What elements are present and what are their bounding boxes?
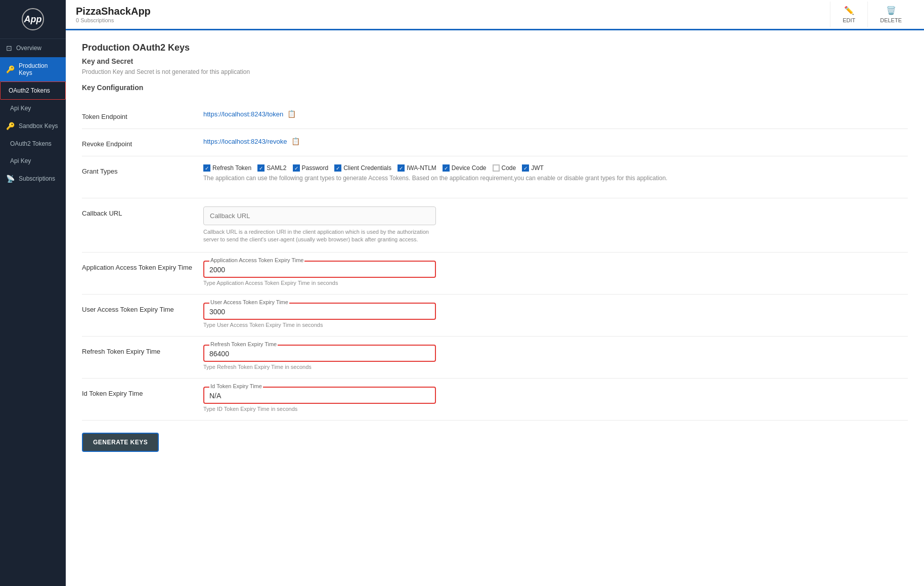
generate-keys-button[interactable]: GENERATE KEYS xyxy=(82,433,159,452)
grant-types-list: ✓Refresh Token✓SAML2✓Password✓Client Cre… xyxy=(203,164,908,172)
delete-label: DELETE xyxy=(880,17,902,23)
sidebar-item-label: Subscriptions xyxy=(19,175,55,182)
app-access-token-input[interactable] xyxy=(209,264,430,274)
app-logo: App xyxy=(22,8,44,30)
checkbox-saml2[interactable]: ✓ xyxy=(257,164,265,172)
refresh-token-expiry-hint: Type Refresh Token Expiry Time in second… xyxy=(203,364,908,370)
token-endpoint-label: Token Endpoint xyxy=(82,110,193,120)
grant-type-iwa-ntlm[interactable]: ✓IWA-NTLM xyxy=(398,164,436,172)
callback-url-value: Callback URL is a redirection URI in the… xyxy=(203,206,908,244)
sidebar-item-api-key[interactable]: Api Key xyxy=(0,100,66,117)
copy-revoke-endpoint-icon[interactable]: 📋 xyxy=(291,137,300,145)
sidebar-item-label: Sandbox Keys xyxy=(19,122,58,130)
callback-url-input[interactable] xyxy=(203,206,436,225)
overview-icon: ⊡ xyxy=(6,44,12,52)
refresh-token-expiry-field: Refresh Token Expiry Time xyxy=(203,345,436,362)
copy-token-endpoint-icon[interactable]: 📋 xyxy=(287,110,296,118)
sidebar-item-label: Api Key xyxy=(10,105,31,112)
sidebar-item-subscriptions[interactable]: 📡 Subscriptions xyxy=(0,170,66,188)
logo-text: App xyxy=(24,14,42,25)
subscriptions-count: 0 Subscriptions xyxy=(76,17,151,23)
id-token-expiry-label: Id Token Expiry Time xyxy=(82,387,193,397)
grant-type-label-saml2: SAML2 xyxy=(267,164,286,172)
app-access-token-label: Application Access Token Expiry Time xyxy=(82,261,193,271)
revoke-endpoint-label: Revoke Endpoint xyxy=(82,137,193,148)
delete-icon: 🗑️ xyxy=(886,6,896,15)
grant-types-value: ✓Refresh Token✓SAML2✓Password✓Client Cre… xyxy=(203,164,908,190)
user-access-token-hint: Type User Access Token Expiry Time in se… xyxy=(203,322,908,328)
app-access-token-row: Application Access Token Expiry Time App… xyxy=(82,253,908,295)
token-endpoint-value: https://localhost:8243/token 📋 xyxy=(203,110,908,118)
id-token-expiry-input[interactable] xyxy=(209,390,430,400)
sidebar-item-oauth2-tokens[interactable]: OAuth2 Tokens xyxy=(0,81,66,100)
app-access-token-field-label: Application Access Token Expiry Time xyxy=(209,257,304,263)
edit-label: EDIT xyxy=(843,17,855,23)
sidebar-item-label: OAuth2 Tokens xyxy=(9,87,50,94)
grant-types-label: Grant Types xyxy=(82,164,193,175)
key-secret-info: Production Key and Secret is not generat… xyxy=(82,68,908,75)
sidebar-item-label: Api Key xyxy=(10,157,31,164)
sidebar: App ⊡ Overview 🔑 Production Keys OAuth2 … xyxy=(0,0,66,586)
user-access-token-input[interactable] xyxy=(209,306,430,316)
token-endpoint-url: https://localhost:8243/token xyxy=(203,110,283,118)
top-bar-title-area: PizzaShackApp 0 Subscriptions xyxy=(76,6,151,23)
grant-type-label-device-code: Device Code xyxy=(452,164,487,172)
checkbox-client-credentials[interactable]: ✓ xyxy=(334,164,341,172)
grant-type-code[interactable]: Code xyxy=(493,164,516,172)
top-bar-actions: ✏️ EDIT 🗑️ DELETE xyxy=(830,2,914,27)
sidebar-item-sandbox-api-key[interactable]: Api Key xyxy=(0,152,66,170)
grant-type-label-password: Password xyxy=(302,164,329,172)
checkbox-iwa-ntlm[interactable]: ✓ xyxy=(398,164,405,172)
sidebar-item-overview[interactable]: ⊡ Overview xyxy=(0,39,66,57)
app-access-token-hint: Type Application Access Token Expiry Tim… xyxy=(203,280,908,286)
grant-type-label-jwt: JWT xyxy=(531,164,544,172)
id-token-expiry-row: Id Token Expiry Time Id Token Expiry Tim… xyxy=(82,379,908,421)
sidebar-item-sandbox-keys[interactable]: 🔑 Sandbox Keys xyxy=(0,117,66,135)
token-endpoint-row: Token Endpoint https://localhost:8243/to… xyxy=(82,102,908,129)
app-access-token-value: Application Access Token Expiry Time Typ… xyxy=(203,261,908,286)
grant-type-saml2[interactable]: ✓SAML2 xyxy=(257,164,286,172)
grant-type-label-refresh-token: Refresh Token xyxy=(212,164,251,172)
checkbox-device-code[interactable]: ✓ xyxy=(443,164,450,172)
grant-type-refresh-token[interactable]: ✓Refresh Token xyxy=(203,164,251,172)
callback-url-hint: Callback URL is a redirection URI in the… xyxy=(203,228,436,244)
grant-type-client-credentials[interactable]: ✓Client Credentials xyxy=(334,164,391,172)
sidebar-item-label: OAuth2 Tokens xyxy=(10,140,52,147)
revoke-endpoint-url: https://localhost:8243/revoke xyxy=(203,138,287,145)
refresh-token-expiry-row: Refresh Token Expiry Time Refresh Token … xyxy=(82,337,908,379)
refresh-token-expiry-value: Refresh Token Expiry Time Type Refresh T… xyxy=(203,345,908,370)
grant-type-password[interactable]: ✓Password xyxy=(293,164,329,172)
key-configuration: Token Endpoint https://localhost:8243/to… xyxy=(82,102,908,421)
grant-type-label-iwa-ntlm: IWA-NTLM xyxy=(407,164,436,172)
app-access-token-field: Application Access Token Expiry Time xyxy=(203,261,436,278)
subscriptions-icon: 📡 xyxy=(6,175,15,183)
callback-url-row: Callback URL Callback URL is a redirecti… xyxy=(82,198,908,253)
refresh-token-expiry-field-label: Refresh Token Expiry Time xyxy=(209,341,278,347)
delete-button[interactable]: 🗑️ DELETE xyxy=(867,2,914,27)
top-bar: PizzaShackApp 0 Subscriptions ✏️ EDIT 🗑️… xyxy=(66,0,924,30)
user-access-token-value: User Access Token Expiry Time Type User … xyxy=(203,303,908,328)
checkbox-jwt[interactable]: ✓ xyxy=(522,164,529,172)
edit-button[interactable]: ✏️ EDIT xyxy=(830,2,867,27)
app-name: PizzaShackApp xyxy=(76,6,151,17)
grant-type-jwt[interactable]: ✓JWT xyxy=(522,164,544,172)
sidebar-item-label: Production Keys xyxy=(19,62,60,76)
user-access-token-field: User Access Token Expiry Time xyxy=(203,303,436,320)
grant-types-row: Grant Types ✓Refresh Token✓SAML2✓Passwor… xyxy=(82,156,908,198)
grant-type-device-code[interactable]: ✓Device Code xyxy=(443,164,487,172)
checkbox-refresh-token[interactable]: ✓ xyxy=(203,164,210,172)
sidebar-item-production-keys[interactable]: 🔑 Production Keys xyxy=(0,57,66,81)
revoke-endpoint-row: Revoke Endpoint https://localhost:8243/r… xyxy=(82,129,908,156)
id-token-expiry-hint: Type ID Token Expiry Time in seconds xyxy=(203,406,908,412)
checkbox-password[interactable]: ✓ xyxy=(293,164,300,172)
content-area: Production OAuth2 Keys Key and Secret Pr… xyxy=(66,30,924,586)
key-secret-title: Key and Secret xyxy=(82,57,908,65)
sidebar-item-sandbox-oauth2[interactable]: OAuth2 Tokens xyxy=(0,135,66,152)
key-config-title: Key Configuration xyxy=(82,83,908,92)
id-token-expiry-value: Id Token Expiry Time Type ID Token Expir… xyxy=(203,387,908,412)
sidebar-logo: App xyxy=(0,0,66,39)
checkbox-code[interactable] xyxy=(493,164,500,172)
refresh-token-expiry-input[interactable] xyxy=(209,348,430,358)
grant-type-label-code: Code xyxy=(502,164,516,172)
user-access-token-field-label: User Access Token Expiry Time xyxy=(209,299,289,305)
